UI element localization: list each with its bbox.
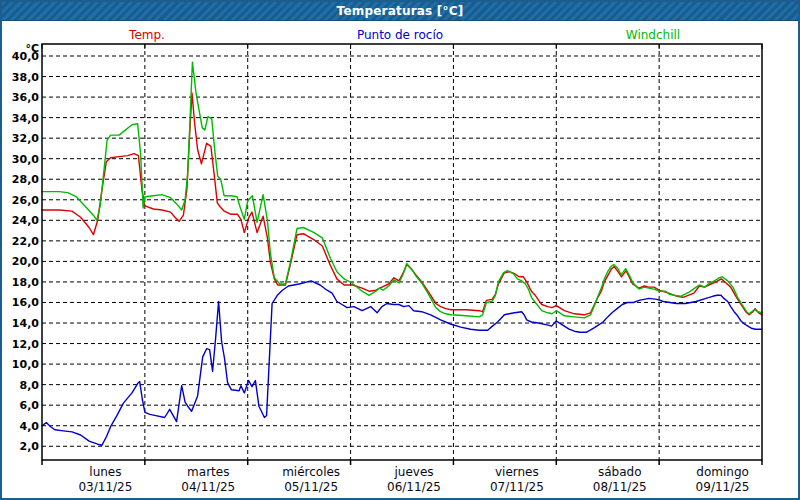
x-day-name-label: sábado (598, 465, 642, 479)
series-line-punto-de-roc-o (42, 281, 762, 445)
x-day-name-label: martes (187, 465, 229, 479)
x-day-date-label: 09/11/25 (696, 480, 750, 494)
x-day-name-label: jueves (393, 465, 433, 479)
y-tick-label: 36,0 (12, 91, 39, 104)
y-tick-label: 16,0 (12, 296, 39, 309)
y-tick-label: 12,0 (12, 338, 39, 351)
y-tick-label: 20,0 (12, 255, 39, 268)
temperature-chart: °C 40,038,036,034,032,030,028,026,024,02… (2, 2, 800, 500)
y-tick-label: 24,0 (12, 214, 39, 227)
y-tick-label: 40,0 (12, 50, 39, 63)
axis-label-layer: 40,038,036,034,032,030,028,026,024,022,0… (12, 50, 750, 494)
y-tick-label: 6,0 (20, 399, 40, 412)
x-day-date-label: 08/11/25 (593, 480, 647, 494)
y-tick-label: 2,0 (20, 440, 40, 453)
grid-layer (42, 44, 762, 460)
x-day-name-label: viernes (495, 465, 539, 479)
plot-border (42, 44, 762, 460)
y-tick-label: 10,0 (12, 358, 39, 371)
x-day-date-label: 03/11/25 (78, 480, 132, 494)
y-tick-label: 22,0 (12, 235, 39, 248)
series-line-windchill (42, 62, 762, 318)
y-tick-label: 32,0 (12, 132, 39, 145)
y-tick-label: 8,0 (20, 379, 40, 392)
x-day-name-label: domingo (696, 465, 749, 479)
y-tick-label: 28,0 (12, 173, 39, 186)
app-window: Temperaturas [°C] Temp. Punto de rocío W… (0, 0, 800, 500)
y-tick-label: 26,0 (12, 194, 39, 207)
x-day-date-label: 05/11/25 (284, 480, 338, 494)
x-day-name-label: lunes (89, 465, 121, 479)
x-day-date-label: 04/11/25 (181, 480, 235, 494)
y-tick-label: 18,0 (12, 276, 39, 289)
y-tick-label: 30,0 (12, 153, 39, 166)
plot-frame-layer (42, 44, 762, 465)
y-tick-label: 38,0 (12, 71, 39, 84)
x-day-name-label: miércoles (282, 465, 340, 479)
series-layer (42, 62, 762, 445)
y-tick-label: 14,0 (12, 317, 39, 330)
y-tick-label: 4,0 (20, 420, 40, 433)
y-tick-label: 34,0 (12, 112, 39, 125)
x-day-date-label: 07/11/25 (490, 480, 544, 494)
x-day-date-label: 06/11/25 (387, 480, 441, 494)
